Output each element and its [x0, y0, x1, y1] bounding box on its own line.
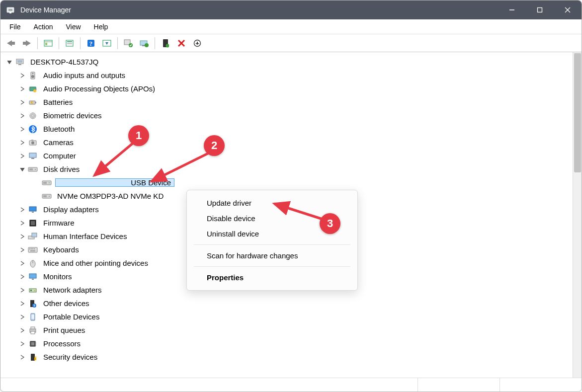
expand-arrow-icon[interactable]: [5, 58, 13, 66]
titlebar: Device Manager: [0, 0, 582, 19]
status-cell: [0, 378, 417, 392]
tree-device[interactable]: USB Device: [3, 176, 573, 189]
statusbar: [0, 378, 582, 392]
expand-arrow-icon[interactable]: [18, 152, 26, 160]
disk-icon: [27, 164, 38, 175]
svg-rect-80: [30, 290, 32, 291]
tree-category[interactable]: Portable Devices: [3, 310, 573, 323]
expand-arrow-icon[interactable]: [18, 353, 26, 361]
cpu-icon: [27, 338, 38, 349]
uninstall-device-button[interactable]: [174, 36, 189, 50]
expand-arrow-icon[interactable]: [18, 125, 26, 133]
expand-arrow-icon[interactable]: [18, 98, 26, 106]
disable-device-button[interactable]: [190, 36, 205, 50]
menu-view[interactable]: View: [61, 21, 85, 33]
menu-help[interactable]: Help: [89, 21, 113, 33]
fingerprint-icon: [27, 110, 38, 121]
spacer: [32, 192, 40, 200]
svg-rect-71: [31, 248, 32, 249]
enable-device-button[interactable]: [158, 36, 173, 50]
ctx-update-driver[interactable]: Update driver: [187, 195, 357, 211]
ctx-separator: [194, 244, 350, 245]
computer-icon: [27, 151, 38, 161]
svg-rect-89: [31, 331, 35, 334]
tree-category[interactable]: Processors: [3, 337, 573, 350]
expand-arrow-icon[interactable]: [18, 233, 26, 240]
display-icon: [27, 204, 38, 215]
vertical-scrollbar[interactable]: [573, 52, 582, 378]
tree-category[interactable]: Biometric devices: [3, 109, 573, 122]
disk-icon: [41, 177, 52, 188]
svg-rect-68: [32, 233, 37, 237]
tree-category[interactable]: Cameras: [3, 136, 573, 149]
svg-marker-8: [23, 40, 31, 46]
monitor-icon: [27, 271, 38, 282]
tree-category[interactable]: Computer: [3, 149, 573, 162]
tree-category[interactable]: Security devices: [3, 350, 573, 364]
tree-category[interactable]: Disk drives: [3, 162, 573, 176]
svg-rect-72: [32, 248, 33, 249]
scan-hardware-button[interactable]: [99, 36, 114, 50]
properties-button[interactable]: [62, 36, 77, 50]
expand-arrow-icon[interactable]: [18, 300, 26, 308]
svg-point-46: [31, 114, 35, 118]
show-hide-tree-button[interactable]: [41, 36, 56, 50]
tree-category-label: Firmware: [41, 219, 77, 227]
ctx-scan-hardware[interactable]: Scan for hardware changes: [187, 248, 357, 263]
expand-arrow-icon[interactable]: [18, 286, 26, 294]
svg-rect-73: [34, 248, 35, 249]
expand-arrow-icon[interactable]: [18, 259, 26, 267]
tree-category[interactable]: Bluetooth: [3, 122, 573, 136]
tree-category-label: Cameras: [41, 138, 76, 147]
svg-rect-52: [29, 153, 36, 157]
tree-category[interactable]: ? Other devices: [3, 297, 573, 310]
expand-arrow-icon[interactable]: [18, 273, 26, 281]
expand-arrow-icon[interactable]: [18, 340, 26, 348]
svg-point-50: [31, 141, 34, 144]
other-icon: ?: [27, 298, 38, 309]
svg-rect-70: [29, 248, 30, 249]
menubar: File Action View Help: [0, 19, 582, 34]
scroll-thumb[interactable]: [574, 53, 581, 172]
tree-category-label: Print queues: [41, 326, 87, 334]
maximize-button[interactable]: [526, 0, 554, 19]
status-cell: [499, 378, 582, 392]
portable-icon: [27, 312, 38, 322]
svg-rect-77: [29, 274, 36, 278]
expand-arrow-icon[interactable]: [18, 313, 26, 321]
help-button[interactable]: ?: [83, 36, 98, 50]
expand-arrow-icon[interactable]: [18, 206, 26, 214]
tree-category[interactable]: Batteries: [3, 95, 573, 109]
menu-action[interactable]: Action: [29, 21, 58, 33]
close-button[interactable]: [554, 0, 582, 19]
expand-arrow-icon[interactable]: [18, 246, 26, 254]
tree-category-label: Other devices: [41, 299, 91, 308]
install-driver-button[interactable]: [137, 36, 152, 50]
svg-point-35: [32, 73, 34, 74]
minimize-button[interactable]: [498, 0, 526, 19]
update-driver-button[interactable]: [121, 36, 136, 50]
tree-root[interactable]: DESKTOP-4L537JQ: [3, 55, 573, 69]
spacer: [32, 179, 40, 187]
svg-marker-7: [7, 40, 15, 46]
tree-category-label: Audio inputs and outputs: [41, 71, 127, 79]
tree-category[interactable]: Audio Processing Objects (APOs): [3, 82, 573, 95]
tree-category[interactable]: Print queues: [3, 323, 573, 337]
expand-arrow-icon[interactable]: [18, 85, 26, 93]
forward-button[interactable]: [19, 36, 34, 50]
menu-file[interactable]: File: [4, 21, 26, 33]
svg-rect-53: [31, 158, 34, 159]
disk-icon: [41, 191, 52, 202]
expand-arrow-icon[interactable]: [18, 72, 26, 79]
expand-arrow-icon[interactable]: [18, 219, 26, 227]
expand-arrow-icon[interactable]: [18, 139, 26, 147]
tree-category[interactable]: Audio inputs and outputs: [3, 69, 573, 82]
expand-arrow-icon[interactable]: [18, 112, 26, 120]
expand-arrow-icon[interactable]: [18, 165, 26, 173]
back-button[interactable]: [3, 36, 18, 50]
expand-arrow-icon[interactable]: [18, 326, 26, 334]
toolbar-separator: [155, 37, 155, 49]
toolbar-separator: [37, 37, 38, 49]
ctx-properties[interactable]: Properties: [187, 270, 357, 285]
tree-category-label: Monitors: [41, 272, 74, 281]
